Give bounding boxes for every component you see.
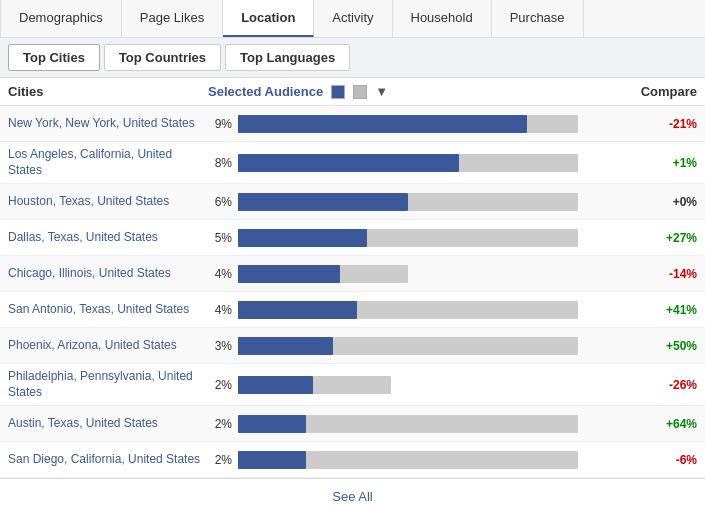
city-name[interactable]: Phoenix, Arizona, United States (8, 338, 208, 354)
city-name[interactable]: Dallas, Texas, United States (8, 230, 208, 246)
bar-cell: 2% (208, 451, 627, 469)
city-name[interactable]: Los Angeles, California, United States (8, 147, 208, 178)
bar-foreground (238, 229, 367, 247)
city-name[interactable]: Houston, Texas, United States (8, 194, 208, 210)
tab-purchase[interactable]: Purchase (492, 0, 584, 37)
city-name[interactable]: Austin, Texas, United States (8, 416, 208, 432)
city-name[interactable]: San Diego, California, United States (8, 452, 208, 468)
cities-column-header: Cities (8, 84, 208, 99)
table-row: Dallas, Texas, United States 5% +27% (0, 220, 705, 256)
bar-cell: 2% (208, 415, 627, 433)
percentage-label: 2% (208, 417, 232, 431)
sub-navigation: Top Cities Top Countries Top Languages (0, 38, 705, 78)
table-row: Austin, Texas, United States 2% +64% (0, 406, 705, 442)
bar-foreground (238, 451, 306, 469)
compare-value: -6% (627, 453, 697, 467)
city-name[interactable]: Chicago, Illinois, United States (8, 266, 208, 282)
see-all-button[interactable]: See All (0, 478, 705, 514)
bar-foreground (238, 115, 527, 133)
bar-cell: 2% (208, 376, 627, 394)
compare-value: +64% (627, 417, 697, 431)
bar-cell: 5% (208, 229, 627, 247)
city-name[interactable]: Philadelphia, Pennsylvania, United State… (8, 369, 208, 400)
percentage-label: 3% (208, 339, 232, 353)
percentage-label: 4% (208, 303, 232, 317)
compare-value: +41% (627, 303, 697, 317)
table-row: San Antonio, Texas, United States 4% +41… (0, 292, 705, 328)
bar-foreground (238, 301, 357, 319)
table-row: Houston, Texas, United States 6% +0% (0, 184, 705, 220)
table-row: New York, New York, United States 9% -21… (0, 106, 705, 142)
bar-cell: 4% (208, 265, 627, 283)
bar-foreground (238, 265, 340, 283)
bar-foreground (238, 154, 459, 172)
subtab-top-countries[interactable]: Top Countries (104, 44, 221, 71)
percentage-label: 8% (208, 156, 232, 170)
cities-table-body: New York, New York, United States 9% -21… (0, 106, 705, 478)
bar-chart (238, 301, 627, 319)
percentage-label: 6% (208, 195, 232, 209)
subtab-top-cities[interactable]: Top Cities (8, 44, 100, 71)
bar-cell: 9% (208, 115, 627, 133)
city-name[interactable]: San Antonio, Texas, United States (8, 302, 208, 318)
bar-foreground (238, 376, 313, 394)
bar-chart (238, 265, 627, 283)
compare-value: -21% (627, 117, 697, 131)
top-navigation: Demographics Page Likes Location Activit… (0, 0, 705, 38)
compare-color-box (353, 85, 367, 99)
selected-audience-color-box (331, 85, 345, 99)
compare-value: +27% (627, 231, 697, 245)
compare-column-header: Compare (627, 84, 697, 99)
bar-chart (238, 451, 627, 469)
percentage-label: 2% (208, 453, 232, 467)
bar-cell: 6% (208, 193, 627, 211)
dropdown-arrow-icon[interactable]: ▼ (375, 84, 388, 99)
compare-value: +50% (627, 339, 697, 353)
compare-value: +1% (627, 156, 697, 170)
bar-cell: 4% (208, 301, 627, 319)
table-row: Chicago, Illinois, United States 4% -14% (0, 256, 705, 292)
subtab-top-languages[interactable]: Top Languages (225, 44, 350, 71)
bar-chart (238, 154, 627, 172)
compare-value: -26% (627, 378, 697, 392)
tab-location[interactable]: Location (223, 0, 314, 37)
bar-chart (238, 229, 627, 247)
percentage-label: 4% (208, 267, 232, 281)
city-name[interactable]: New York, New York, United States (8, 116, 208, 132)
percentage-label: 2% (208, 378, 232, 392)
tab-activity[interactable]: Activity (314, 0, 392, 37)
tab-demographics[interactable]: Demographics (0, 0, 122, 37)
bar-foreground (238, 193, 408, 211)
percentage-label: 9% (208, 117, 232, 131)
bar-chart (238, 193, 627, 211)
tab-household[interactable]: Household (393, 0, 492, 37)
bar-chart (238, 337, 627, 355)
bar-cell: 3% (208, 337, 627, 355)
bar-chart (238, 415, 627, 433)
table-row: Phoenix, Arizona, United States 3% +50% (0, 328, 705, 364)
bar-foreground (238, 337, 333, 355)
tab-pagelikes[interactable]: Page Likes (122, 0, 223, 37)
compare-value: -14% (627, 267, 697, 281)
bar-cell: 8% (208, 154, 627, 172)
table-header: Cities Selected Audience ▼ Compare (0, 78, 705, 106)
table-row: San Diego, California, United States 2% … (0, 442, 705, 478)
table-row: Philadelphia, Pennsylvania, United State… (0, 364, 705, 406)
bar-chart (238, 115, 627, 133)
percentage-label: 5% (208, 231, 232, 245)
table-row: Los Angeles, California, United States 8… (0, 142, 705, 184)
bar-column-header: Selected Audience ▼ (208, 84, 627, 99)
bar-foreground (238, 415, 306, 433)
bar-chart (238, 376, 627, 394)
compare-value: +0% (627, 195, 697, 209)
